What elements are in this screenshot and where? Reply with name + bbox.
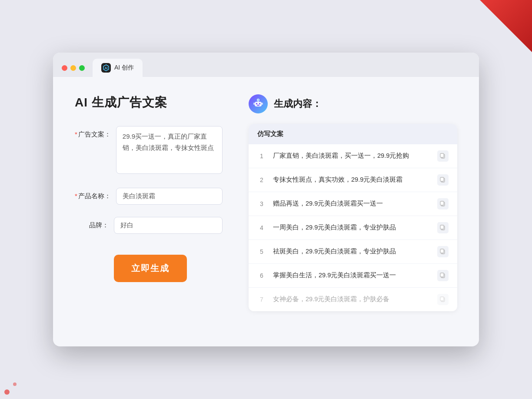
tab-ai-icon: AI: [101, 63, 111, 73]
copy-button[interactable]: [437, 198, 449, 209]
required-mark-2: *: [75, 192, 77, 200]
result-item: 3赠品再送，29.9元美白淡斑霜买一送一: [249, 192, 457, 216]
result-number: 2: [257, 176, 266, 183]
svg-rect-5: [259, 103, 260, 104]
copy-button[interactable]: [437, 246, 449, 257]
product-name-label: *产品名称：: [75, 188, 116, 200]
product-name-group: *产品名称：: [75, 188, 223, 205]
close-button[interactable]: [62, 65, 67, 71]
result-text: 厂家直销，美白淡斑霜，买一送一，29.9元抢购: [273, 151, 430, 161]
result-number: 1: [257, 153, 266, 160]
brand-group: 品牌：: [75, 217, 223, 234]
result-item: 7女神必备，29.9元美白淡斑霜，护肤必备: [249, 288, 457, 311]
result-item: 2专抹女性斑点，真实功效，29.9元美白淡斑霜: [249, 168, 457, 192]
result-text: 女神必备，29.9元美白淡斑霜，护肤必备: [273, 295, 430, 304]
generate-button[interactable]: 立即生成: [114, 255, 187, 282]
svg-rect-14: [440, 177, 444, 181]
result-number: 6: [257, 272, 266, 279]
copy-button[interactable]: [437, 150, 449, 162]
result-number: 5: [257, 248, 266, 255]
brand-input-wrapper: [114, 217, 223, 234]
svg-rect-4: [256, 103, 257, 104]
result-number: 3: [257, 200, 266, 207]
svg-rect-18: [440, 225, 444, 229]
results-header: 仿写文案: [249, 124, 457, 144]
svg-rect-7: [253, 103, 255, 105]
result-item: 6掌握美白生活，29.9元美白淡斑霜买一送一: [249, 264, 457, 288]
decorative-corner-top-right: [480, 0, 532, 52]
required-mark-1: *: [75, 130, 77, 138]
result-text: 掌握美白生活，29.9元美白淡斑霜买一送一: [273, 271, 430, 280]
right-panel: 生成内容： 仿写文案 1厂家直销，美白淡斑霜，买一送一，29.9元抢购 2专抹女…: [249, 94, 457, 329]
results-list: 1厂家直销，美白淡斑霜，买一送一，29.9元抢购 2专抹女性斑点，真实功效，29…: [249, 144, 457, 311]
tab-label: AI 创作: [114, 64, 134, 72]
copy-button[interactable]: [437, 174, 449, 186]
result-text: 专抹女性斑点，真实功效，29.9元美白淡斑霜: [273, 175, 430, 185]
svg-rect-12: [440, 153, 444, 157]
product-name-input[interactable]: [116, 188, 223, 205]
svg-rect-3: [255, 102, 262, 106]
copy-button[interactable]: [437, 222, 449, 233]
copy-button[interactable]: [437, 270, 449, 281]
minimize-button[interactable]: [70, 65, 76, 71]
ad-copy-group: *广告文案： 29.9买一送一，真正的厂家直销，美白淡斑霜，专抹女性斑点: [75, 126, 223, 176]
traffic-lights: [62, 65, 85, 77]
svg-rect-16: [440, 201, 444, 205]
svg-rect-22: [440, 273, 444, 277]
svg-rect-20: [440, 249, 444, 253]
svg-rect-8: [262, 103, 263, 105]
result-text: 赠品再送，29.9元美白淡斑霜买一送一: [273, 199, 430, 209]
result-item: 5祛斑美白，29.9元美白淡斑霜，专业护肤品: [249, 240, 457, 264]
decorative-corner-bottom-left: [0, 373, 35, 399]
svg-point-10: [258, 100, 259, 101]
svg-text:AI: AI: [105, 66, 108, 70]
brand-input[interactable]: [114, 217, 223, 234]
right-panel-title: 生成内容：: [274, 97, 322, 110]
robot-icon: [252, 97, 265, 110]
maximize-button[interactable]: [79, 65, 85, 71]
left-panel: AI 生成广告文案 *广告文案： 29.9买一送一，真正的厂家直销，美白淡斑霜，…: [75, 94, 223, 329]
results-container: 仿写文案 1厂家直销，美白淡斑霜，买一送一，29.9元抢购 2专抹女性斑点，真实…: [249, 124, 457, 311]
browser-tab[interactable]: AI AI 创作: [93, 59, 143, 77]
copy-button[interactable]: [437, 294, 449, 305]
ad-copy-textarea[interactable]: 29.9买一送一，真正的厂家直销，美白淡斑霜，专抹女性斑点: [116, 126, 223, 174]
result-item: 1厂家直销，美白淡斑霜，买一送一，29.9元抢购: [249, 144, 457, 168]
ad-copy-input-wrapper: 29.9买一送一，真正的厂家直销，美白淡斑霜，专抹女性斑点: [116, 126, 223, 176]
ad-copy-label: *广告文案：: [75, 126, 116, 139]
right-panel-header: 生成内容：: [249, 94, 457, 113]
main-content: AI 生成广告文案 *广告文案： 29.9买一送一，真正的厂家直销，美白淡斑霜，…: [53, 77, 479, 346]
result-number: 7: [257, 296, 266, 303]
product-name-input-wrapper: [116, 188, 223, 205]
brand-label: 品牌：: [75, 217, 114, 229]
result-number: 4: [257, 224, 266, 231]
browser-chrome: AI AI 创作: [53, 53, 479, 77]
result-text: 一周美白，29.9元美白淡斑霜，专业护肤品: [273, 223, 430, 233]
svg-rect-24: [440, 297, 444, 301]
browser-window: AI AI 创作 AI 生成广告文案 *广告文案： 29.9买一送一，真正的厂家…: [53, 53, 479, 346]
svg-rect-6: [257, 105, 259, 106]
result-item: 4一周美白，29.9元美白淡斑霜，专业护肤品: [249, 216, 457, 240]
page-title: AI 生成广告文案: [75, 94, 223, 111]
ai-avatar: [249, 94, 268, 113]
result-text: 祛斑美白，29.9元美白淡斑霜，专业护肤品: [273, 247, 430, 256]
